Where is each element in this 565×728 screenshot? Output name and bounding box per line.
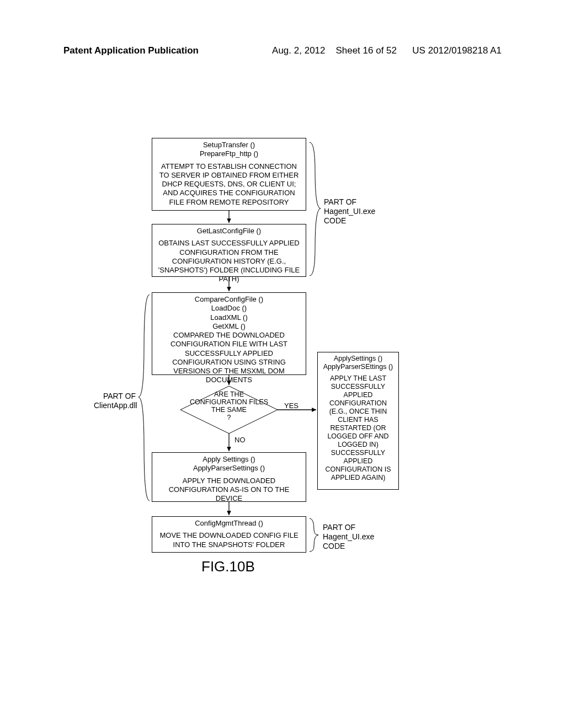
- box-compare: CompareConfigFile () LoadDoc () LoadXML …: [152, 292, 306, 375]
- box-configmgmt-head: ConfigMgmtThread (): [156, 519, 302, 528]
- header-pubnum: US 2012/0198218 A1: [412, 45, 502, 56]
- header-right: Aug. 2, 2012 Sheet 16 of 52 US 2012/0198…: [272, 45, 502, 56]
- figure-label: FIG.10B: [201, 558, 255, 575]
- box-getlast: GetLastConfigFile () OBTAINS LAST SUCCES…: [152, 224, 306, 277]
- box-setup-transfer: SetupTransfer () PrepareFtp_http () ATTE…: [152, 138, 306, 211]
- box-apply-last: ApplySettings () ApplyParserSEttings () …: [317, 352, 399, 490]
- label-hagent-top: PART OF Hagent_UI.exe CODE: [324, 197, 375, 225]
- box-apply-downloaded: Apply Settings () ApplyParserSettings ()…: [152, 452, 306, 502]
- header-left: Patent Application Publication: [63, 45, 199, 56]
- box-applydown-head: Apply Settings () ApplyParserSettings (): [156, 455, 302, 473]
- box-setup-head: SetupTransfer () PrepareFtp_http (): [156, 141, 302, 159]
- page-header: Patent Application Publication Aug. 2, 2…: [0, 45, 565, 56]
- box-applylast-body: APPLY THE LAST SUCCESSFULLY APPLIED CONF…: [320, 374, 396, 482]
- box-getlast-head: GetLastConfigFile (): [156, 227, 302, 235]
- box-getlast-body: OBTAINS LAST SUCCESSFULLY APPLIED CONFIG…: [156, 239, 302, 283]
- decision-text: ARE THE CONFIGURATION FILES THE SAME ?: [185, 390, 273, 421]
- label-yes: YES: [284, 402, 299, 410]
- label-hagent-bottom: PART OF Hagent_UI.exe CODE: [323, 523, 374, 550]
- box-applylast-head: ApplySettings () ApplyParserSEttings (): [320, 355, 396, 371]
- box-configmgmt: ConfigMgmtThread () MOVE THE DOWNLOADED …: [152, 516, 306, 553]
- header-date: Aug. 2, 2012: [272, 45, 325, 56]
- header-sheet: Sheet 16 of 52: [335, 45, 397, 56]
- label-no: NO: [234, 436, 246, 445]
- box-compare-head: CompareConfigFile () LoadDoc () LoadXML …: [156, 295, 302, 331]
- box-setup-body: ATTEMPT TO ESTABLISH CONNECTION TO SERVE…: [156, 162, 302, 207]
- box-applydown-body: APPLY THE DOWNLOADED CONFIGURATION AS-IS…: [156, 477, 302, 504]
- label-clientapp: PART OF ClientApp.dll: [94, 392, 136, 410]
- box-compare-body: COMPARED THE DOWNLOADED CONFIGURATION FI…: [156, 331, 302, 385]
- box-configmgmt-body: MOVE THE DOWNLOADED CONFIG FILE INTO THE…: [156, 531, 302, 549]
